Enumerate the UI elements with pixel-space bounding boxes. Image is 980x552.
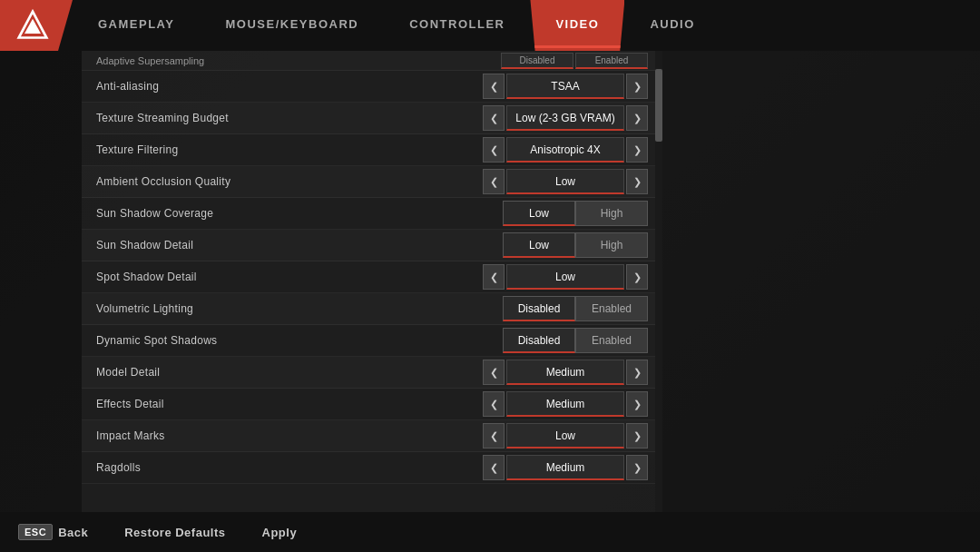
arrow-left-impact-marks[interactable]: ❮ [483,423,505,448]
arrow-left-anti-aliasing[interactable]: ❮ [483,74,505,99]
toggle-control-sun-shadow-detail: LowHigh [503,232,648,258]
arrow-right-model-detail[interactable]: ❯ [626,360,648,385]
value-box-impact-marks: Low [506,423,624,448]
setting-label-texture-filtering: Texture Filtering [96,143,466,156]
toggle-btn-volumetric-lighting-enabled[interactable]: Enabled [575,296,648,321]
value-box-texture-filtering: Anisotropic 4X [506,137,624,163]
nav-bar: GAMEPLAYMOUSE/KEYBOARDCONTROLLERVIDEOAUD… [0,0,980,51]
arrow-right-spot-shadow-detail[interactable]: ❯ [626,264,648,290]
setting-control-texture-streaming-budget: ❮Low (2-3 GB VRAM)❯ [466,105,648,131]
bottom-action-label-apply: Apply [262,526,298,539]
arrow-control-anti-aliasing: ❮TSAA❯ [483,74,648,99]
value-box-effects-detail: Medium [506,391,624,417]
toggle-btn-dynamic-spot-shadows-enabled[interactable]: Enabled [575,328,648,353]
setting-control-ragdolls: ❮Medium❯ [466,455,648,480]
toggle-btn-sun-shadow-coverage-high[interactable]: High [575,201,648,226]
setting-label-ambient-occlusion-quality: Ambient Occlusion Quality [96,175,466,188]
arrow-right-texture-filtering[interactable]: ❯ [626,137,648,163]
arrow-control-ragdolls: ❮Medium❯ [483,455,648,480]
setting-row-ragdolls: Ragdolls❮Medium❯ [82,452,662,484]
arrow-right-ragdolls[interactable]: ❯ [626,455,648,480]
content-area: Adaptive Supersampling Disabled Enabled … [0,51,980,512]
setting-control-model-detail: ❮Medium❯ [466,360,648,385]
arrow-control-spot-shadow-detail: ❮Low❯ [483,264,648,290]
bottom-bar: ESCBackRestore DefaultsApply [0,512,980,552]
setting-control-impact-marks: ❮Low❯ [466,423,648,448]
nav-tab-video[interactable]: VIDEO [530,0,624,51]
setting-label-anti-aliasing: Anti-aliasing [96,80,466,93]
arrow-control-texture-filtering: ❮Anisotropic 4X❯ [483,137,648,163]
arrow-control-ambient-occlusion-quality: ❮Low❯ [483,169,648,194]
arrow-right-anti-aliasing[interactable]: ❯ [626,74,648,99]
arrow-control-effects-detail: ❮Medium❯ [483,391,648,417]
right-panel [662,51,980,512]
bottom-action-back[interactable]: ESCBack [18,524,88,540]
partial-row: Adaptive Supersampling Disabled Enabled [82,51,662,71]
arrow-left-ambient-occlusion-quality[interactable]: ❮ [483,169,505,194]
setting-control-effects-detail: ❮Medium❯ [466,391,648,417]
nav-tab-controller[interactable]: CONTROLLER [384,0,530,51]
setting-row-texture-streaming-budget: Texture Streaming Budget❮Low (2-3 GB VRA… [82,103,662,134]
setting-control-sun-shadow-detail: LowHigh [466,232,648,258]
setting-row-texture-filtering: Texture Filtering❮Anisotropic 4X❯ [82,134,662,166]
partial-value-enabled: Enabled [575,53,648,69]
setting-label-sun-shadow-coverage: Sun Shadow Coverage [96,207,466,220]
bottom-action-restore-defaults[interactable]: Restore Defaults [124,526,225,539]
toggle-btn-volumetric-lighting-disabled[interactable]: Disabled [503,296,575,321]
setting-row-volumetric-lighting: Volumetric LightingDisabledEnabled [82,293,662,325]
arrow-left-ragdolls[interactable]: ❮ [483,455,505,480]
setting-label-texture-streaming-budget: Texture Streaming Budget [96,112,466,124]
toggle-btn-sun-shadow-detail-low[interactable]: Low [503,232,575,258]
nav-tab-mouse-keyboard[interactable]: MOUSE/KEYBOARD [200,0,384,51]
value-box-ambient-occlusion-quality: Low [506,169,624,194]
arrow-right-texture-streaming-budget[interactable]: ❯ [626,105,648,131]
nav-tab-gameplay[interactable]: GAMEPLAY [73,0,200,51]
settings-panel: Adaptive Supersampling Disabled Enabled … [82,51,662,512]
arrow-control-model-detail: ❮Medium❯ [483,360,648,385]
setting-control-volumetric-lighting: DisabledEnabled [466,296,648,321]
settings-list: Adaptive Supersampling Disabled Enabled … [82,51,662,512]
toggle-btn-sun-shadow-coverage-low[interactable]: Low [503,201,575,226]
toggle-btn-dynamic-spot-shadows-disabled[interactable]: Disabled [503,328,575,353]
toggle-control-sun-shadow-coverage: LowHigh [503,201,648,226]
setting-row-effects-detail: Effects Detail❮Medium❯ [82,389,662,420]
setting-row-model-detail: Model Detail❮Medium❯ [82,357,662,389]
nav-tab-audio[interactable]: AUDIO [624,0,720,51]
partial-value-disabled: Disabled [501,53,573,69]
setting-label-volumetric-lighting: Volumetric Lighting [96,302,466,315]
setting-label-dynamic-spot-shadows: Dynamic Spot Shadows [96,334,466,347]
toggle-control-volumetric-lighting: DisabledEnabled [503,296,648,321]
setting-control-ambient-occlusion-quality: ❮Low❯ [466,169,648,194]
bottom-action-label-restore-defaults: Restore Defaults [124,526,225,539]
arrow-left-texture-streaming-budget[interactable]: ❮ [483,105,505,131]
scrollbar-track[interactable] [655,51,662,512]
setting-row-sun-shadow-coverage: Sun Shadow CoverageLowHigh [82,198,662,230]
setting-label-spot-shadow-detail: Spot Shadow Detail [96,271,466,283]
toggle-btn-sun-shadow-detail-high[interactable]: High [575,232,648,258]
logo-area [0,0,73,51]
arrow-right-effects-detail[interactable]: ❯ [626,391,648,417]
setting-row-ambient-occlusion-quality: Ambient Occlusion Quality❮Low❯ [82,166,662,198]
setting-label-sun-shadow-detail: Sun Shadow Detail [96,239,466,251]
value-box-ragdolls: Medium [506,455,624,480]
scrollbar-thumb[interactable] [655,69,662,142]
setting-control-spot-shadow-detail: ❮Low❯ [466,264,648,290]
bottom-action-apply[interactable]: Apply [262,526,298,539]
arrow-control-texture-streaming-budget: ❮Low (2-3 GB VRAM)❯ [483,105,648,131]
setting-control-anti-aliasing: ❮TSAA❯ [466,74,648,99]
setting-row-dynamic-spot-shadows: Dynamic Spot ShadowsDisabledEnabled [82,325,662,357]
nav-tabs: GAMEPLAYMOUSE/KEYBOARDCONTROLLERVIDEOAUD… [73,0,980,51]
arrow-right-ambient-occlusion-quality[interactable]: ❯ [626,169,648,194]
setting-row-impact-marks: Impact Marks❮Low❯ [82,420,662,452]
setting-control-dynamic-spot-shadows: DisabledEnabled [466,328,648,353]
arrow-right-impact-marks[interactable]: ❯ [626,423,648,448]
setting-row-spot-shadow-detail: Spot Shadow Detail❮Low❯ [82,261,662,293]
arrow-left-spot-shadow-detail[interactable]: ❮ [483,264,505,290]
arrow-left-model-detail[interactable]: ❮ [483,360,505,385]
arrow-left-effects-detail[interactable]: ❮ [483,391,505,417]
toggle-control-dynamic-spot-shadows: DisabledEnabled [503,328,648,353]
setting-control-sun-shadow-coverage: LowHigh [466,201,648,226]
setting-row-sun-shadow-detail: Sun Shadow DetailLowHigh [82,230,662,261]
arrow-left-texture-filtering[interactable]: ❮ [483,137,505,163]
setting-label-ragdolls: Ragdolls [96,461,466,474]
